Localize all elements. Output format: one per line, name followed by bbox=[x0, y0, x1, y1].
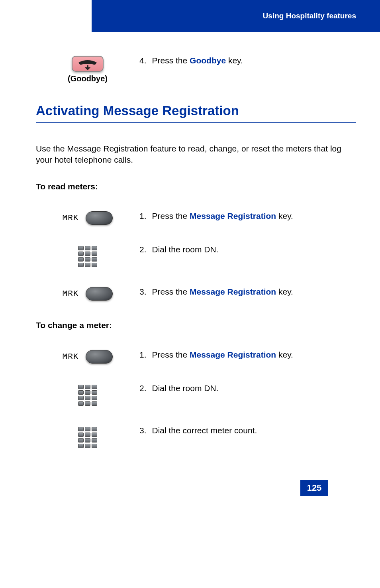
msg-reg-term: Message Registration bbox=[190, 211, 276, 220]
mrk-label: MRK bbox=[63, 289, 79, 298]
step-number: 2. bbox=[139, 383, 147, 393]
step-text-col: 1. Press the Message Registration key. bbox=[139, 350, 356, 360]
change-meter-heading: To change a meter: bbox=[36, 321, 356, 330]
step-number: 4. bbox=[139, 56, 147, 65]
read-step-2: 2. Dial the room DN. bbox=[36, 245, 356, 267]
keypad-icon-col bbox=[36, 426, 139, 448]
soft-key-icon bbox=[86, 287, 113, 301]
keypad-icon bbox=[78, 246, 97, 267]
step-number: 3. bbox=[139, 426, 147, 435]
section-heading: Activating Message Registration bbox=[36, 103, 356, 123]
step-text: Press the Message Registration key. bbox=[152, 211, 293, 221]
header-band: Using Hospitality features bbox=[92, 0, 380, 32]
step-text-col: 3. Press the Message Registration key. bbox=[139, 287, 356, 297]
goodbye-icon-col: (Goodbye) bbox=[36, 56, 139, 83]
step-number: 2. bbox=[139, 245, 147, 254]
page-content: (Goodbye) 4. Press the Goodbye key. Acti… bbox=[0, 32, 380, 512]
goodbye-step-row: (Goodbye) 4. Press the Goodbye key. bbox=[36, 56, 356, 83]
keypad-icon bbox=[78, 385, 97, 406]
step-text: Press the Message Registration key. bbox=[152, 287, 293, 297]
mrk-key-icon: MRK bbox=[36, 287, 139, 301]
step-number: 1. bbox=[139, 350, 147, 360]
keypad-icon bbox=[78, 427, 97, 448]
soft-key-icon bbox=[86, 211, 113, 225]
msg-reg-term: Message Registration bbox=[190, 350, 276, 359]
step-text-col: 2. Dial the room DN. bbox=[139, 383, 356, 393]
read-step-3: MRK 3. Press the Message Registration ke… bbox=[36, 287, 356, 301]
step-text-col: 1. Press the Message Registration key. bbox=[139, 211, 356, 221]
mrk-key-icon: MRK bbox=[36, 350, 139, 364]
soft-key-icon bbox=[86, 350, 113, 364]
step-text: Dial the correct meter count. bbox=[152, 426, 257, 435]
goodbye-key-icon bbox=[72, 56, 104, 72]
step-text: Dial the room DN. bbox=[152, 245, 219, 254]
mrk-label: MRK bbox=[63, 352, 79, 361]
msg-reg-term: Message Registration bbox=[190, 287, 276, 296]
change-step-2: 2. Dial the room DN. bbox=[36, 383, 356, 406]
goodbye-key-label: (Goodbye) bbox=[36, 74, 139, 83]
step-text-col: 3. Dial the correct meter count. bbox=[139, 426, 356, 435]
page-number: 125 bbox=[300, 480, 328, 496]
step-number: 3. bbox=[139, 287, 147, 297]
section-intro: Use the Message Registration feature to … bbox=[36, 143, 356, 166]
step-text-col: 2. Dial the room DN. bbox=[139, 245, 356, 254]
read-meters-heading: To read meters: bbox=[36, 182, 356, 191]
keypad-icon-col bbox=[36, 383, 139, 406]
read-step-1: MRK 1. Press the Message Registration ke… bbox=[36, 211, 356, 225]
change-step-1: MRK 1. Press the Message Registration ke… bbox=[36, 350, 356, 364]
step-number: 1. bbox=[139, 211, 147, 221]
goodbye-term: Goodbye bbox=[190, 56, 226, 65]
header-title: Using Hospitality features bbox=[263, 12, 356, 20]
step-text: Dial the room DN. bbox=[152, 383, 219, 393]
step-text: Press the Message Registration key. bbox=[152, 350, 293, 360]
step-text: Press the Goodbye key. bbox=[152, 56, 243, 65]
change-step-3: 3. Dial the correct meter count. bbox=[36, 426, 356, 448]
mrk-label: MRK bbox=[63, 213, 79, 222]
goodbye-step-text: 4. Press the Goodbye key. bbox=[139, 56, 356, 65]
mrk-key-icon: MRK bbox=[36, 211, 139, 225]
keypad-icon-col bbox=[36, 245, 139, 267]
